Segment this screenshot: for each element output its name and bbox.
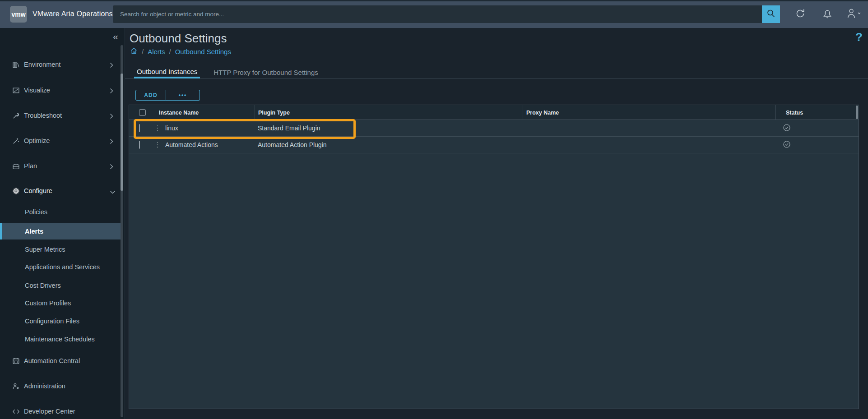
sidebar-item-label: Super Metrics <box>25 246 65 253</box>
sidebar-item-environment[interactable]: Environment <box>0 56 120 73</box>
global-search <box>113 5 780 23</box>
chevron-right-icon <box>110 62 113 70</box>
chevron-down-icon <box>110 188 116 196</box>
table-scrollbar-thumb[interactable] <box>856 106 858 119</box>
sidebar-navigation: « Environment Visualize <box>0 28 125 419</box>
row-actions-kebab-icon[interactable]: ⋮ <box>153 141 162 149</box>
sidebar-item-label: Alerts <box>25 228 43 235</box>
sidebar-item-plan[interactable]: Plan <box>0 158 120 174</box>
chevron-right-icon <box>110 138 113 146</box>
sidebar-item-visualize[interactable]: Visualize <box>0 82 120 98</box>
page-title: Outbound Settings <box>130 32 227 46</box>
sidebar-item-troubleshoot[interactable]: Troubleshoot <box>0 107 120 124</box>
troubleshoot-icon <box>11 111 20 120</box>
tab-bar: Outbound Instances HTTP Proxy for Outbou… <box>125 66 868 78</box>
status-cell <box>775 140 859 150</box>
sidebar-item-label: Custom Profiles <box>25 299 71 307</box>
sidebar-item-maintenance-schedules[interactable]: Maintenance Schedules <box>0 331 120 347</box>
breadcrumb-link-alerts[interactable]: Alerts <box>148 48 165 55</box>
breadcrumb-separator: / <box>169 48 171 55</box>
administration-icon <box>11 382 20 390</box>
column-header-plugin-type[interactable]: Plugin Type <box>255 105 523 120</box>
more-actions-button[interactable]: ••• <box>166 90 200 101</box>
refresh-icon <box>794 7 807 21</box>
status-ok-icon <box>783 124 791 133</box>
tab-http-proxy-for-outbound-settings[interactable]: HTTP Proxy for Outbound Settings <box>211 66 321 78</box>
sidebar-item-alerts[interactable]: Alerts <box>0 223 122 239</box>
sidebar-item-optimize[interactable]: Optimize <box>0 133 120 149</box>
search-icon <box>766 9 776 20</box>
help-button[interactable]: ? <box>855 30 863 44</box>
sidebar-item-label: Applications and Services <box>25 263 100 271</box>
table-toolbar: ADD ••• <box>135 90 200 101</box>
sidebar-item-label: Cost Drivers <box>25 282 61 289</box>
instance-name: linux <box>165 124 178 132</box>
breadcrumb: / Alerts / Outbound Settings <box>130 47 231 56</box>
sidebar-item-developer-center[interactable]: Developer Center <box>0 403 120 419</box>
visualize-icon <box>11 86 20 94</box>
column-header-proxy-name[interactable]: Proxy Name <box>523 105 775 120</box>
sidebar-item-policies[interactable]: Policies <box>0 204 120 220</box>
sidebar-item-label: Plan <box>24 162 37 170</box>
table-row[interactable]: ⋮ Automated Actions Automated Action Plu… <box>129 137 859 153</box>
column-header-status[interactable]: Status <box>775 105 859 120</box>
sidebar-item-applications-and-services[interactable]: Applications and Services <box>0 259 120 275</box>
home-icon <box>130 47 138 56</box>
sidebar-item-configure[interactable]: Configure <box>0 183 120 199</box>
automation-central-icon <box>11 357 20 365</box>
plan-icon <box>11 162 20 170</box>
breadcrumb-separator: / <box>142 48 144 55</box>
header-checkbox-cell <box>129 105 151 120</box>
topbar-edge <box>0 0 868 1</box>
plugin-type-cell: Standard Email Plugin <box>255 124 523 132</box>
chevron-right-icon <box>110 163 113 171</box>
environment-icon <box>11 60 20 69</box>
row-checkbox-cell <box>129 141 151 148</box>
breadcrumb-link-outbound-settings[interactable]: Outbound Settings <box>175 48 231 55</box>
sidebar-divider <box>0 44 125 44</box>
sidebar-item-label: Environment <box>24 61 60 68</box>
row-checkbox[interactable] <box>139 124 140 132</box>
sidebar-item-automation-central[interactable]: Automation Central <box>0 353 120 369</box>
status-ok-icon <box>783 140 791 150</box>
sidebar-collapse-button[interactable]: « <box>113 32 118 41</box>
vmware-logo[interactable]: vmw <box>10 6 27 23</box>
sidebar-item-label: Maintenance Schedules <box>25 336 95 343</box>
table-row[interactable]: ⋮ linux Standard Email Plugin <box>129 120 859 137</box>
sidebar-item-label: Visualize <box>24 87 50 94</box>
row-checkbox[interactable] <box>139 141 140 149</box>
sidebar-item-label: Administration <box>24 382 65 390</box>
row-actions-kebab-icon[interactable]: ⋮ <box>153 124 162 132</box>
chevron-right-icon <box>110 113 113 121</box>
user-menu-button[interactable] <box>841 0 867 28</box>
sidebar-item-custom-profiles[interactable]: Custom Profiles <box>0 295 120 311</box>
search-input[interactable] <box>113 5 762 23</box>
select-all-checkbox[interactable] <box>139 109 146 116</box>
sidebar-item-label: Configuration Files <box>25 318 79 325</box>
outbound-instances-table: Instance Name Plugin Type Proxy Name Sta… <box>129 105 859 409</box>
configure-icon <box>11 187 20 195</box>
add-button[interactable]: ADD <box>135 90 166 101</box>
refresh-button[interactable] <box>790 0 810 28</box>
sidebar-item-label: Developer Center <box>24 408 75 415</box>
sidebar-scrollbar-thumb[interactable] <box>121 74 123 191</box>
instance-name-cell: ⋮ Automated Actions <box>151 141 255 149</box>
vmware-aria-operations-window: vmw VMware Aria Operations <box>0 0 868 419</box>
instance-name: Automated Actions <box>165 141 218 148</box>
column-header-instance-name[interactable]: Instance Name <box>151 105 255 120</box>
sidebar-item-administration[interactable]: Administration <box>0 378 120 394</box>
sidebar-item-label: Configure <box>24 187 52 194</box>
sidebar-item-super-metrics[interactable]: Super Metrics <box>0 241 120 258</box>
table-header-row: Instance Name Plugin Type Proxy Name Sta… <box>129 105 859 120</box>
optimize-icon <box>11 137 20 145</box>
breadcrumb-home-link[interactable] <box>130 47 138 56</box>
sidebar-item-label: Policies <box>25 208 47 216</box>
bell-icon <box>822 8 833 21</box>
sidebar-item-cost-drivers[interactable]: Cost Drivers <box>0 277 120 294</box>
tab-outbound-instances[interactable]: Outbound Instances <box>134 66 200 78</box>
search-button[interactable] <box>762 5 780 23</box>
notifications-button[interactable] <box>817 0 837 28</box>
sidebar-item-configuration-files[interactable]: Configuration Files <box>0 313 120 329</box>
chevron-right-icon <box>110 87 113 96</box>
top-navigation-bar: vmw VMware Aria Operations <box>0 0 868 28</box>
